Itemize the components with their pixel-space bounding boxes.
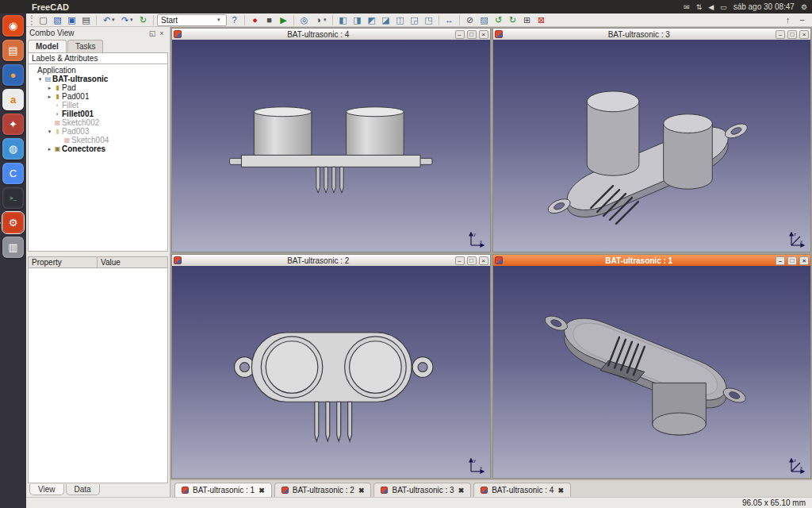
rotate-right-icon[interactable]: ↻: [506, 14, 519, 26]
restore-button[interactable]: □: [787, 30, 797, 39]
tab-model[interactable]: Model: [28, 40, 67, 52]
value-column-header[interactable]: Value: [98, 256, 168, 268]
tree-item-sketch002[interactable]: ▦ Sketch002: [29, 118, 167, 127]
minimize-button[interactable]: –: [455, 256, 465, 265]
measure-distance-icon[interactable]: ↔: [442, 14, 456, 26]
view-bottom-icon[interactable]: ◲: [408, 14, 421, 26]
expand-arrow-icon[interactable]: ▸: [46, 92, 53, 101]
launcher-item-text-editor[interactable]: ▥: [2, 237, 24, 258]
view-fit-all-icon[interactable]: ◎: [297, 14, 311, 26]
viewport-titlebar[interactable]: BAT-ultrasonic : 2 – □ ×: [172, 255, 490, 266]
minimize-button[interactable]: –: [776, 30, 785, 39]
launcher-item-firefox[interactable]: ●: [2, 64, 24, 86]
viewport-titlebar[interactable]: BAT-ultrasonic : 3 – □ ×: [493, 29, 811, 40]
dock-views-icon[interactable]: ⊞: [520, 14, 534, 26]
macro-stop-icon[interactable]: ■: [262, 14, 276, 26]
document-save-icon[interactable]: ▣: [65, 14, 79, 26]
close-button[interactable]: ×: [479, 256, 488, 265]
view-right-icon[interactable]: ◪: [379, 14, 393, 26]
view-axonometric-icon[interactable]: ◧: [336, 14, 350, 26]
mdi-tab-3[interactable]: BAT-ultrasonic : 3 ✖: [373, 483, 471, 497]
tree-item-application[interactable]: Application: [29, 66, 167, 75]
viewport-titlebar[interactable]: BAT-ultrasonic : 4 – □ ×: [172, 29, 490, 40]
3d-viewport-top[interactable]: x y: [172, 266, 490, 478]
launcher-item-media-player[interactable]: ◍: [2, 138, 24, 160]
launcher-item-ubuntu-dash[interactable]: ◉: [2, 15, 24, 37]
expand-arrow-icon[interactable]: ▾: [36, 75, 44, 83]
rotate-left-icon[interactable]: ↺: [492, 14, 505, 26]
minimize-button[interactable]: –: [455, 30, 465, 39]
macro-record-icon[interactable]: ●: [248, 14, 262, 26]
draw-style-dropdown-arrow-icon[interactable]: ▾: [324, 17, 329, 23]
tab-tasks[interactable]: Tasks: [67, 40, 104, 52]
document-new-icon[interactable]: ▢: [36, 14, 50, 26]
close-button[interactable]: ×: [479, 30, 488, 39]
tab-close-icon[interactable]: ✖: [259, 487, 265, 495]
redo-dropdown-arrow-icon[interactable]: ▾: [130, 17, 136, 23]
view-left-icon[interactable]: ◳: [422, 14, 435, 26]
expand-arrow-icon[interactable]: ▸: [46, 144, 53, 153]
3d-viewport-bottom-iso[interactable]: x z: [493, 266, 811, 478]
restore-button[interactable]: □: [787, 256, 797, 265]
tree-item-fillet[interactable]: ◗ Fillet: [29, 101, 167, 110]
tree-item-conectores[interactable]: ▸ ▣ Conectores: [29, 144, 167, 153]
tab-data[interactable]: Data: [66, 484, 100, 495]
launcher-item-freecad[interactable]: ⚙: [2, 212, 24, 233]
whats-this-icon[interactable]: ?: [228, 14, 241, 26]
restore-button[interactable]: □: [467, 256, 477, 265]
sound-indicator-icon[interactable]: ◀: [708, 3, 714, 11]
scroll-up-icon[interactable]: ↑: [781, 14, 795, 26]
expand-arrow-icon[interactable]: ▾: [46, 127, 53, 136]
property-table-header: Property Value: [28, 256, 168, 268]
view-top-icon[interactable]: ◩: [365, 14, 378, 26]
3d-viewport-front[interactable]: x y: [172, 40, 490, 252]
tab-close-icon[interactable]: ✖: [458, 487, 465, 495]
close-button[interactable]: ×: [799, 30, 809, 39]
property-column-header[interactable]: Property: [28, 256, 98, 268]
launcher-item-files[interactable]: ▤: [2, 40, 24, 61]
document-open-icon[interactable]: ▧: [51, 14, 64, 26]
tree-item-sketch004[interactable]: ▦ Sketch004: [29, 136, 167, 144]
launcher-item-terminal[interactable]: >_: [2, 187, 24, 209]
clipping-plane-icon[interactable]: ⊘: [463, 14, 477, 26]
panel-float-icon[interactable]: ◱: [147, 29, 157, 37]
battery-indicator-icon[interactable]: ▭: [720, 3, 727, 11]
clock[interactable]: sáb ago 30 08:47: [733, 2, 795, 11]
expand-arrow-icon[interactable]: ▸: [46, 83, 53, 92]
minimize-button[interactable]: –: [776, 256, 785, 265]
collapse-icon[interactable]: −: [795, 14, 809, 26]
close-button[interactable]: ×: [799, 256, 809, 265]
tab-close-icon[interactable]: ✖: [557, 487, 564, 495]
toolbar-handle[interactable]: [31, 15, 34, 25]
document-print-icon[interactable]: ▤: [79, 14, 93, 26]
3d-viewport-isometric[interactable]: x z: [493, 40, 811, 252]
tree-item-document[interactable]: ▾ ▤ BAT-ultrasonic: [29, 75, 167, 83]
launcher-item-chromium[interactable]: C: [2, 163, 24, 184]
view-rear-icon[interactable]: ◫: [393, 14, 407, 26]
macro-execute-icon[interactable]: ▶: [277, 14, 290, 26]
workbench-selector[interactable]: Start ▾: [157, 14, 227, 26]
session-gear-icon[interactable]: ⚙: [801, 3, 807, 11]
tab-view[interactable]: View: [29, 484, 64, 495]
tree-item-pad[interactable]: ▸ ▮ Pad: [29, 83, 167, 92]
tree-item-fillet001[interactable]: ◗ Fillet001: [29, 110, 167, 118]
network-indicator-icon[interactable]: ⇅: [696, 3, 703, 11]
mdi-tab-1[interactable]: BAT-ultrasonic : 1 ✖: [174, 483, 272, 497]
undo-dropdown-arrow-icon[interactable]: ▾: [112, 17, 117, 23]
property-table-body[interactable]: [28, 268, 168, 483]
view-front-icon[interactable]: ◨: [350, 14, 364, 26]
restore-button[interactable]: □: [467, 30, 477, 39]
launcher-item-amazon[interactable]: a: [2, 89, 24, 110]
tree-item-pad003[interactable]: ▾ ▮ Pad003: [29, 127, 167, 136]
refresh-icon[interactable]: ↻: [136, 14, 150, 26]
panel-close-icon[interactable]: ×: [157, 29, 167, 37]
viewport-titlebar-active[interactable]: BAT-ultrasonic : 1 – □ ×: [493, 255, 811, 266]
message-indicator-icon[interactable]: ✉: [684, 3, 690, 11]
tab-close-icon[interactable]: ✖: [358, 487, 365, 495]
close-view-icon[interactable]: ⊠: [534, 14, 548, 26]
texture-mapping-icon[interactable]: ▨: [477, 14, 491, 26]
mdi-tab-4[interactable]: BAT-ultrasonic : 4 ✖: [473, 483, 571, 497]
tree-item-pad001[interactable]: ▸ ▮ Pad001: [29, 92, 167, 101]
mdi-tab-2[interactable]: BAT-ultrasonic : 2 ✖: [274, 483, 372, 497]
launcher-item-ubuntu-software[interactable]: ✦: [2, 114, 24, 135]
